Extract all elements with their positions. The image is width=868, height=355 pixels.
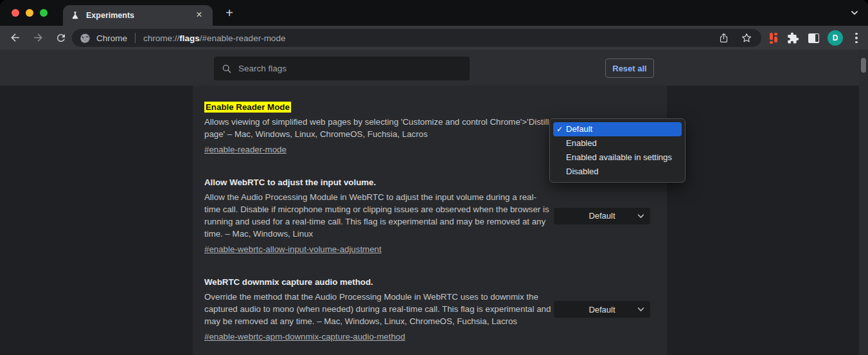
- share-icon[interactable]: [716, 31, 731, 45]
- select-dropdown-menu: ✓Default Enabled Enabled available in se…: [549, 118, 686, 183]
- maximize-window-button[interactable]: [40, 9, 48, 17]
- tab-experiments[interactable]: Experiments ×: [63, 5, 213, 26]
- dropdown-option-enabled[interactable]: Enabled: [553, 136, 682, 150]
- side-panel-icon[interactable]: [808, 33, 819, 43]
- tab-search-chevron-icon[interactable]: [850, 9, 859, 17]
- minimize-window-button[interactable]: [26, 9, 33, 17]
- search-box[interactable]: [214, 57, 470, 80]
- flag-description: Override the method that the Audio Proce…: [204, 291, 551, 327]
- address-bar[interactable]: Chrome chrome://flags/#enable-reader-mod…: [72, 29, 761, 47]
- check-icon: ✓: [556, 125, 563, 134]
- chevron-down-icon: [637, 214, 644, 219]
- scrollbar-track[interactable]: [859, 50, 868, 355]
- flag-title: Enable Reader Mode: [204, 102, 551, 113]
- flag-row-webrtc-input-volume: Allow WebRTC to adjust the input volume.…: [204, 177, 650, 255]
- flag-title: Allow WebRTC to adjust the input volume.: [204, 177, 551, 188]
- pinned-extension-icon[interactable]: [770, 33, 778, 44]
- scrollbar-thumb[interactable]: [861, 58, 866, 73]
- tab-close-icon[interactable]: ×: [193, 10, 205, 21]
- reload-button[interactable]: [54, 31, 68, 45]
- search-input[interactable]: [238, 64, 462, 73]
- site-label: Chrome: [96, 33, 127, 43]
- browser-window: Experiments × + Chrome chrome: [0, 0, 868, 355]
- flags-list: Enable Reader Mode Allows viewing of sim…: [193, 86, 667, 355]
- close-window-button[interactable]: [12, 9, 19, 17]
- flag-row-enable-reader-mode: Enable Reader Mode Allows viewing of sim…: [204, 102, 650, 155]
- bookmark-star-icon[interactable]: [740, 31, 754, 45]
- profile-avatar[interactable]: D: [828, 30, 843, 46]
- flag-permalink[interactable]: #enable-reader-mode: [204, 145, 287, 155]
- dropdown-option-disabled[interactable]: Disabled: [553, 165, 682, 179]
- chrome-logo-icon: [80, 33, 91, 44]
- traffic-lights: [12, 9, 48, 17]
- toolbar: Chrome chrome://flags/#enable-reader-mod…: [0, 26, 868, 50]
- flask-icon: [71, 11, 80, 20]
- flag-description: Allow the Audio Processing Module in Web…: [204, 191, 551, 240]
- flag-value-select[interactable]: Default: [554, 208, 650, 224]
- search-match-highlight: Enable Reader Mode: [204, 102, 291, 113]
- new-tab-button[interactable]: +: [221, 6, 238, 21]
- browser-menu-icon[interactable]: [851, 33, 862, 43]
- forward-button[interactable]: [31, 31, 45, 45]
- reset-all-button[interactable]: Reset all: [605, 59, 654, 78]
- titlebar: Experiments × +: [0, 0, 868, 26]
- tab-title: Experiments: [86, 11, 193, 20]
- flag-title: WebRTC downmix capture audio method.: [204, 277, 551, 287]
- extensions-puzzle-icon[interactable]: [786, 31, 800, 45]
- dropdown-option-enabled-settings[interactable]: Enabled available in settings: [553, 150, 682, 165]
- chevron-down-icon: [637, 307, 644, 312]
- dropdown-option-default[interactable]: ✓Default: [553, 122, 682, 136]
- url-separator: [135, 33, 136, 43]
- back-button[interactable]: [8, 31, 22, 45]
- flags-page: Reset all Enable Reader Mode Allows view…: [0, 50, 868, 355]
- search-icon: [222, 64, 232, 74]
- flag-value-select[interactable]: Default: [554, 301, 650, 318]
- flag-row-webrtc-downmix: WebRTC downmix capture audio method. Ove…: [204, 277, 650, 342]
- flags-page-header: Reset all: [0, 50, 859, 86]
- flag-permalink[interactable]: #enable-webrtc-allow-input-volume-adjust…: [204, 244, 382, 255]
- flag-permalink[interactable]: #enable-webrtc-apm-downmix-capture-audio…: [204, 332, 405, 342]
- url-text: chrome://flags/#enable-reader-mode: [143, 33, 285, 43]
- flag-description: Allows viewing of simplified web pages b…: [204, 116, 551, 140]
